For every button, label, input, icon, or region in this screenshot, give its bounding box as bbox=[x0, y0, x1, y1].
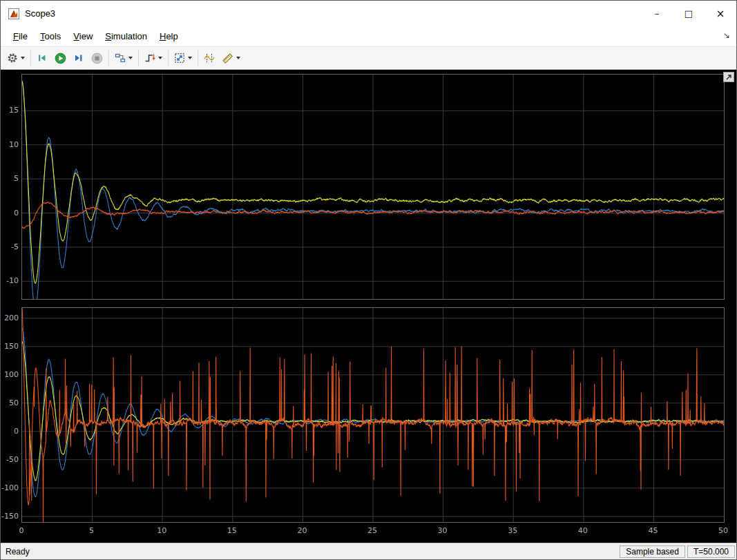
x-tick-label: 0 bbox=[19, 526, 24, 535]
toolbar-separator bbox=[168, 50, 169, 66]
scope-axes-bottom[interactable] bbox=[21, 307, 725, 523]
run-icon bbox=[55, 52, 66, 64]
menu-item-tools[interactable]: Tools bbox=[34, 28, 67, 44]
plot-area: 151050-5-10200150100500-50-100-150051015… bbox=[1, 70, 736, 543]
scope-plot-canvas bbox=[22, 75, 724, 299]
maximize-axes-button[interactable] bbox=[723, 72, 734, 82]
y-tick-label: 10 bbox=[1, 140, 19, 149]
menubar-items: FileToolsViewSimulationHelp bbox=[7, 28, 184, 44]
dock-arrow-icon[interactable]: ↘ bbox=[723, 30, 730, 40]
zoom-fit-icon bbox=[174, 52, 185, 64]
y-tick-label: 0 bbox=[1, 427, 19, 436]
dropdown-caret-icon bbox=[236, 57, 240, 59]
y-tick-label: 5 bbox=[1, 174, 19, 183]
toolbar bbox=[1, 46, 736, 70]
window-controls: – □ × bbox=[641, 1, 736, 26]
x-tick-label: 5 bbox=[89, 526, 94, 535]
toolbar-separator bbox=[198, 50, 198, 66]
x-tick-label: 30 bbox=[438, 526, 448, 535]
menu-item-help[interactable]: Help bbox=[153, 28, 184, 44]
scope-axes-top[interactable] bbox=[21, 74, 725, 300]
y-tick-label: -150 bbox=[1, 512, 19, 521]
cursor-measurements-button[interactable] bbox=[200, 49, 218, 68]
signal-selector-icon bbox=[115, 52, 126, 64]
app-icon bbox=[8, 8, 19, 19]
y-tick-label: -100 bbox=[1, 483, 19, 492]
status-ready: Ready bbox=[1, 547, 30, 557]
zoom-fit-button[interactable] bbox=[171, 49, 195, 68]
maximize-button[interactable]: □ bbox=[673, 1, 705, 26]
scope-plot-canvas bbox=[22, 308, 724, 522]
x-tick-label: 40 bbox=[578, 526, 588, 535]
dropdown-caret-icon bbox=[158, 57, 162, 59]
toolbar-separator bbox=[30, 50, 31, 66]
y-tick-label: -5 bbox=[1, 242, 19, 251]
step-forward-button[interactable] bbox=[70, 49, 88, 68]
run-button[interactable] bbox=[51, 49, 70, 68]
settings-button[interactable] bbox=[3, 49, 28, 68]
trigger-icon bbox=[144, 52, 155, 64]
step-back-button[interactable] bbox=[33, 49, 51, 68]
stop-button[interactable] bbox=[88, 49, 106, 68]
dropdown-caret-icon bbox=[128, 57, 133, 59]
titlebar: Scope3 – □ × bbox=[1, 1, 736, 26]
status-time: T=50.000 bbox=[687, 545, 735, 558]
step-back-icon bbox=[37, 52, 48, 64]
x-tick-label: 20 bbox=[297, 526, 307, 535]
y-tick-label: 15 bbox=[1, 106, 19, 115]
gear-icon bbox=[7, 52, 18, 64]
x-tick-label: 45 bbox=[648, 526, 658, 535]
x-tick-label: 35 bbox=[508, 526, 517, 535]
step-forward-icon bbox=[73, 52, 84, 64]
stop-icon bbox=[91, 52, 103, 64]
menubar: FileToolsViewSimulationHelp ↘ bbox=[1, 26, 736, 46]
y-tick-label: -10 bbox=[1, 276, 19, 285]
y-tick-label: 0 bbox=[1, 209, 19, 218]
menu-item-file[interactable]: File bbox=[7, 28, 34, 44]
minimize-button[interactable]: – bbox=[641, 1, 673, 26]
y-tick-label: 200 bbox=[1, 313, 19, 322]
x-tick-label: 15 bbox=[227, 526, 237, 535]
y-tick-label: 100 bbox=[1, 370, 19, 379]
close-button[interactable]: × bbox=[705, 1, 736, 26]
signal-selector-button[interactable] bbox=[111, 49, 136, 68]
y-tick-label: -50 bbox=[1, 455, 19, 464]
scope-window: Scope3 – □ × FileToolsViewSimulationHelp… bbox=[0, 0, 737, 560]
x-tick-label: 50 bbox=[718, 526, 728, 535]
window-title: Scope3 bbox=[25, 8, 55, 19]
y-tick-label: 50 bbox=[1, 398, 19, 407]
cursor-measurements-icon bbox=[204, 52, 215, 64]
maximize-axes-icon bbox=[726, 74, 732, 80]
measurements-button[interactable] bbox=[218, 49, 244, 68]
menu-item-view[interactable]: View bbox=[67, 28, 99, 44]
status-sample-mode: Sample based bbox=[620, 545, 685, 558]
statusbar: Ready Sample based T=50.000 bbox=[1, 543, 736, 559]
y-tick-label: 150 bbox=[1, 342, 19, 351]
toolbar-separator bbox=[138, 50, 139, 66]
trigger-button[interactable] bbox=[141, 49, 166, 68]
status-cells: Sample based T=50.000 bbox=[620, 545, 736, 558]
dropdown-caret-icon bbox=[21, 57, 25, 59]
x-tick-label: 25 bbox=[367, 526, 377, 535]
menu-item-simulation[interactable]: Simulation bbox=[99, 28, 153, 44]
dropdown-caret-icon bbox=[188, 57, 192, 59]
toolbar-separator bbox=[108, 50, 109, 66]
measurements-icon bbox=[222, 52, 233, 64]
x-tick-label: 10 bbox=[157, 526, 166, 535]
